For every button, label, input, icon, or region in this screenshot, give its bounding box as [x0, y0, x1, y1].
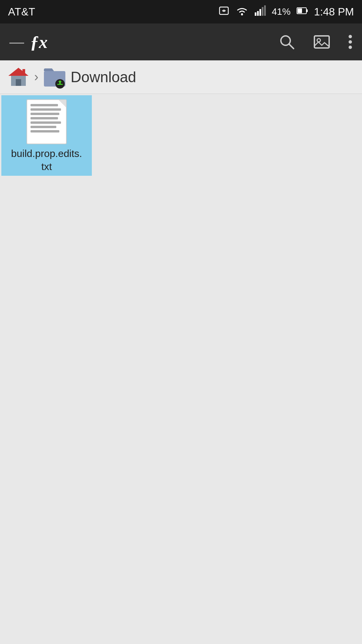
svg-rect-20: [22, 69, 25, 74]
nfc-icon: [218, 5, 230, 19]
svg-line-11: [289, 44, 294, 49]
signal-icon: [254, 5, 266, 19]
carrier-label: AT&T: [8, 6, 35, 18]
battery-percent: 41%: [272, 6, 291, 17]
svg-rect-2: [255, 12, 256, 16]
status-right: 41% 1:48 PM: [218, 5, 354, 19]
app-logo: ƒx: [30, 32, 48, 52]
home-breadcrumb[interactable]: [7, 65, 30, 89]
svg-point-13: [317, 39, 320, 42]
svg-rect-8: [306, 9, 308, 12]
more-options-button[interactable]: [345, 31, 355, 53]
svg-marker-17: [8, 68, 28, 76]
battery-icon: [297, 5, 308, 19]
wifi-icon: [236, 5, 248, 19]
toolbar-actions: [276, 31, 355, 53]
back-button[interactable]: —: [7, 31, 27, 53]
svg-rect-3: [257, 11, 259, 16]
svg-rect-4: [259, 9, 261, 16]
status-bar: AT&T 41: [0, 0, 362, 23]
download-folder-breadcrumb[interactable]: [43, 65, 67, 89]
download-folder-icon: [43, 65, 67, 89]
toolbar: — ƒx: [0, 23, 362, 60]
gallery-button[interactable]: [310, 31, 333, 53]
svg-rect-12: [314, 36, 329, 48]
breadcrumb-folder-name: Download: [71, 69, 136, 86]
svg-rect-25: [57, 84, 63, 85]
status-time: 1:48 PM: [314, 6, 354, 18]
svg-point-14: [349, 35, 352, 38]
svg-rect-19: [16, 79, 21, 86]
svg-point-15: [349, 40, 352, 44]
svg-rect-6: [264, 5, 266, 16]
svg-point-16: [349, 46, 352, 49]
search-button[interactable]: [276, 31, 298, 53]
file-grid: build.prop.edits.txt: [0, 94, 362, 644]
app-logo-text: ƒx: [30, 32, 48, 52]
svg-rect-9: [298, 8, 302, 13]
svg-rect-5: [262, 7, 263, 16]
svg-rect-24: [59, 80, 61, 84]
svg-point-1: [241, 13, 243, 15]
file-item[interactable]: build.prop.edits.txt: [1, 95, 92, 176]
breadcrumb-bar: › Download: [0, 60, 362, 94]
file-icon: [26, 99, 67, 144]
home-icon: [7, 65, 30, 89]
breadcrumb-chevron: ›: [34, 70, 39, 84]
file-name: build.prop.edits.txt: [11, 147, 82, 173]
